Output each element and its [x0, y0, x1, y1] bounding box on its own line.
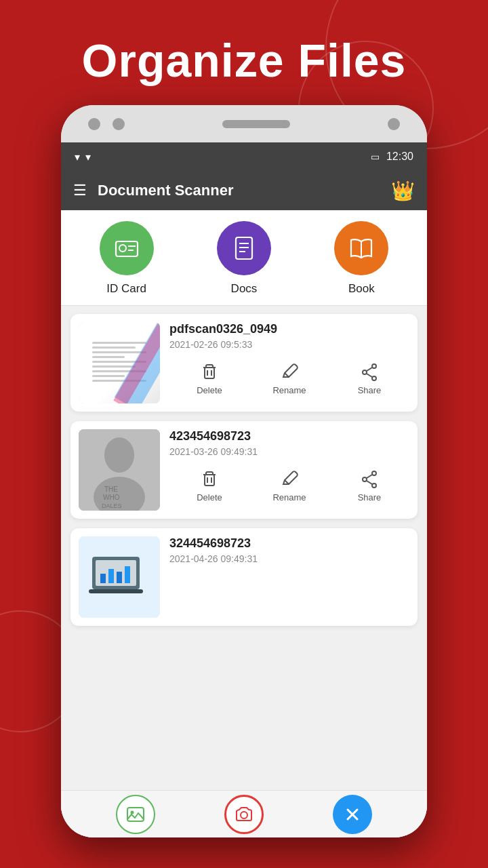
- share-button-0[interactable]: Share: [329, 359, 409, 398]
- svg-rect-36: [89, 589, 143, 593]
- doc-line: [92, 347, 136, 349]
- svg-line-17: [367, 374, 372, 377]
- delete-label-0: Delete: [197, 385, 222, 395]
- file-card-2: 324454698723 2021-04-26 09:49:31: [70, 528, 418, 626]
- share-label-1: Share: [358, 492, 382, 502]
- svg-point-42: [131, 810, 134, 814]
- svg-line-16: [367, 368, 372, 371]
- id-card-icon-circle: [100, 221, 154, 275]
- svg-line-32: [367, 481, 372, 484]
- svg-line-31: [367, 475, 372, 478]
- category-id-card[interactable]: ID Card: [100, 221, 154, 296]
- category-docs[interactable]: Docs: [217, 221, 271, 296]
- svg-point-13: [372, 364, 376, 368]
- phone-camera-right: [388, 118, 400, 130]
- rename-button-0[interactable]: Rename: [249, 359, 329, 398]
- file-info-2: 324454698723 2021-04-26 09:49:31: [169, 536, 409, 574]
- svg-text:WHO: WHO: [103, 494, 120, 501]
- file-thumb-0[interactable]: [79, 322, 160, 403]
- id-card-label: ID Card: [106, 282, 146, 296]
- delete-button-1[interactable]: Delete: [169, 467, 249, 505]
- delete-icon: [199, 362, 220, 382]
- svg-text:THE: THE: [104, 486, 118, 493]
- file-name-2: 324454698723: [169, 536, 409, 551]
- phone-frame: ▾ ▾ ▭ 12:30 ☰ Document Scanner 👑: [61, 105, 427, 837]
- svg-point-19: [104, 437, 134, 473]
- svg-point-30: [363, 477, 367, 481]
- close-button[interactable]: [333, 795, 372, 834]
- app-bar-title: Document Scanner: [98, 182, 234, 199]
- file-thumb-person-1: THE WHO DALES: [79, 429, 160, 511]
- file-info-1: 423454698723 2021-03-26 09:49:31: [169, 429, 409, 505]
- svg-point-28: [372, 471, 376, 475]
- book-icon-circle: [334, 221, 388, 275]
- share-button-1[interactable]: Share: [329, 467, 409, 505]
- docs-label: Docs: [231, 282, 258, 296]
- file-name-1: 423454698723: [169, 429, 409, 443]
- file-info-0: pdfscan0326_0949 2021-02-26 09:5:33: [169, 322, 409, 398]
- person-illustration: THE WHO DALES: [79, 429, 160, 511]
- file-actions-1: Delete Rename: [169, 467, 409, 505]
- doc-line: [92, 342, 146, 344]
- file-card-0: pdfscan0326_0949 2021-02-26 09:5:33: [70, 314, 418, 412]
- share-icon: [359, 469, 380, 490]
- battery-icon: ▭: [371, 151, 380, 162]
- svg-rect-37: [100, 574, 106, 583]
- app-screen: ▾ ▾ ▭ 12:30 ☰ Document Scanner 👑: [61, 142, 427, 837]
- category-row: ID Card Docs: [61, 210, 427, 306]
- svg-rect-24: [205, 475, 214, 486]
- svg-point-14: [372, 376, 376, 380]
- share-label-0: Share: [358, 385, 382, 395]
- camera-button[interactable]: [224, 795, 264, 834]
- phone-camera-2: [113, 118, 125, 130]
- file-thumb-doc-0: [79, 322, 160, 403]
- delete-button-0[interactable]: Delete: [169, 359, 249, 398]
- hero-title: Organize Files: [0, 34, 488, 87]
- wifi-icon: ▾: [75, 151, 80, 163]
- doc-line: [92, 375, 125, 377]
- rename-icon: [279, 362, 300, 382]
- svg-point-29: [372, 484, 376, 488]
- rename-label-0: Rename: [272, 385, 306, 395]
- app-bar-left: ☰ Document Scanner: [73, 182, 234, 199]
- status-left: ▾ ▾: [75, 151, 91, 163]
- delete-label-1: Delete: [197, 492, 222, 502]
- crown-icon[interactable]: 👑: [391, 180, 415, 202]
- svg-point-43: [241, 812, 247, 818]
- file-card-1: THE WHO DALES 423454698723 2021-03-26 09…: [70, 421, 418, 519]
- phone-cameras-left: [88, 118, 125, 130]
- file-thumb-desk-2: [79, 536, 160, 618]
- rename-label-1: Rename: [272, 492, 306, 502]
- hamburger-icon[interactable]: ☰: [73, 182, 87, 199]
- gallery-button[interactable]: [116, 795, 155, 834]
- svg-rect-38: [108, 569, 114, 583]
- signal-icon: ▾: [85, 151, 91, 163]
- rename-icon: [279, 469, 300, 490]
- phone-camera-1: [88, 118, 100, 130]
- camera-icon: [234, 804, 254, 825]
- category-book[interactable]: Book: [334, 221, 388, 296]
- gallery-icon: [125, 804, 146, 825]
- book-icon: [348, 235, 375, 262]
- file-list: pdfscan0326_0949 2021-02-26 09:5:33: [61, 306, 427, 810]
- rename-button-1[interactable]: Rename: [249, 467, 329, 505]
- doc-line: [92, 356, 125, 358]
- share-icon: [359, 362, 380, 382]
- file-card-2-inner: 324454698723 2021-04-26 09:49:31: [70, 528, 418, 626]
- doc-line: [92, 351, 146, 353]
- file-date-0: 2021-02-26 09:5:33: [169, 339, 409, 350]
- desk-illustration: [79, 536, 160, 618]
- doc-line: [92, 366, 136, 368]
- status-time: 12:30: [386, 151, 413, 163]
- file-thumb-2[interactable]: [79, 536, 160, 618]
- file-card-0-inner: pdfscan0326_0949 2021-02-26 09:5:33: [70, 314, 418, 412]
- file-thumb-1[interactable]: THE WHO DALES: [79, 429, 160, 511]
- svg-point-15: [363, 370, 367, 374]
- delete-icon: [199, 469, 220, 490]
- app-bar: ☰ Document Scanner 👑: [61, 171, 427, 210]
- docs-icon: [230, 235, 258, 262]
- phone-hardware-top: [61, 105, 427, 142]
- file-card-1-inner: THE WHO DALES 423454698723 2021-03-26 09…: [70, 421, 418, 519]
- svg-rect-39: [117, 572, 122, 583]
- book-label: Book: [348, 282, 375, 296]
